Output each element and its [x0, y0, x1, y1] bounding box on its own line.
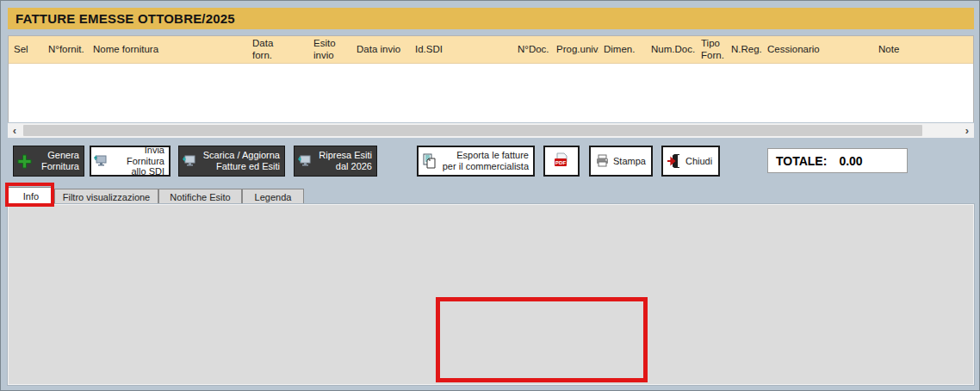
svg-text:PDF: PDF — [555, 159, 567, 165]
totale-box: TOTALE: 0.00 — [767, 148, 908, 173]
ripresa-esiti-button[interactable]: Ripresa Esiti dal 2026 — [294, 146, 377, 177]
totale-label: TOTALE: — [776, 154, 827, 168]
tab-notifiche[interactable]: Notifiche Esito — [158, 189, 242, 205]
genera-fornitura-button[interactable]: Genera Fornitura — [13, 146, 84, 177]
printer-icon — [591, 154, 613, 168]
tab-filtro[interactable]: Filtro visualizzazione — [54, 189, 158, 205]
page-title: FATTURE EMESSE OTTOBRE/2025 — [8, 8, 974, 29]
table-header-row: Sel N°fornit. Nome fornitura Data forn. … — [9, 36, 973, 64]
invia-fornitura-sdi-button[interactable]: Invia Fornitura allo SDI — [90, 146, 171, 177]
col-nfornit: N°fornit. — [43, 36, 88, 63]
export-documents-icon — [419, 153, 441, 170]
col-tipoforn: Tipo Forn. — [696, 36, 726, 63]
col-dimen: Dimen. — [599, 36, 646, 63]
col-idsdi: Id.SDI — [410, 36, 512, 63]
totale-value: 0.00 — [839, 154, 862, 168]
col-data-forn: Data forn. — [247, 36, 308, 63]
tab-info[interactable]: Info — [8, 187, 54, 205]
col-nome: Nome fornitura — [88, 36, 247, 63]
esporta-fatture-button[interactable]: Esporta le fatture per il commercialista — [417, 146, 535, 177]
chiudi-button[interactable]: Chiudi — [661, 146, 720, 177]
tab-legenda[interactable]: Legenda — [242, 189, 304, 205]
resume-monitor-icon — [295, 154, 315, 168]
download-monitor-icon — [179, 154, 200, 168]
pdf-button[interactable]: PDF — [543, 146, 580, 177]
send-monitor-icon — [91, 154, 110, 168]
scrollbar-thumb[interactable] — [23, 125, 922, 136]
pdf-icon: PDF — [553, 152, 570, 170]
table-body-empty — [9, 64, 973, 122]
col-ndoc: N°Doc. — [512, 36, 551, 63]
col-sel: Sel — [9, 36, 43, 63]
stampa-button[interactable]: Stampa — [589, 146, 653, 177]
scroll-right-icon[interactable]: › — [960, 123, 974, 138]
col-nreg: N.Reg. — [726, 36, 762, 63]
col-cessionario: Cessionario — [762, 36, 873, 63]
col-data-invio: Data invio — [351, 36, 410, 63]
col-esito: Esito invio — [308, 36, 351, 63]
col-proguniv: Prog.univ. — [551, 36, 599, 63]
col-numdoc: Num.Doc. — [646, 36, 696, 63]
plus-icon — [14, 154, 34, 169]
invoices-table: Sel N°fornit. Nome fornitura Data forn. … — [8, 35, 974, 122]
scarica-aggiorna-button[interactable]: Scarica / Aggiorna Fatture ed Esiti — [178, 146, 285, 177]
exit-door-icon — [663, 153, 685, 169]
col-note: Note — [873, 36, 973, 63]
horizontal-scrollbar[interactable]: ‹ › — [8, 123, 974, 138]
app-window: FATTURE EMESSE OTTOBRE/2025 Sel N°fornit… — [0, 0, 980, 391]
info-tab-panel — [8, 204, 974, 385]
scroll-left-icon[interactable]: ‹ — [8, 123, 22, 138]
